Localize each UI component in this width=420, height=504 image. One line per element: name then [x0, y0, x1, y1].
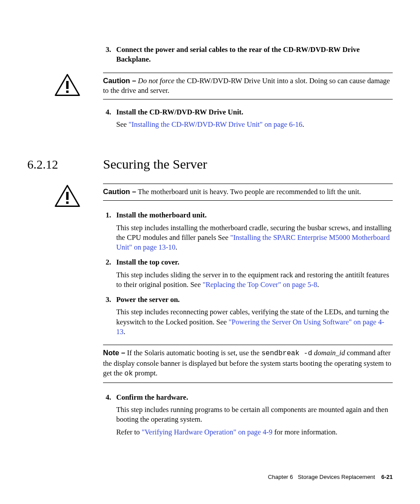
note-t4: prompt. [133, 369, 158, 377]
secure-step-2-body: This step includes sliding the server in… [103, 270, 393, 290]
step-4-body-prefix: See [116, 120, 129, 129]
secure-step-2-title: Install the top cover. [116, 258, 179, 266]
secure-step-4-body-b: Refer to "Verifying Hardware Operation" … [103, 427, 393, 437]
caution2-text: The motherboard unit is heavy. Two peopl… [136, 188, 361, 196]
s3-body-b: . [124, 327, 125, 336]
step-4-body: See "Installing the CD-RW/DVD-RW Drive U… [103, 120, 393, 129]
step-3-num: 3. [106, 45, 111, 55]
note-t1: If the Solaris automatic booting is set,… [125, 349, 261, 357]
page-footer: Chapter 6 Storage Devices Replacement6-2… [268, 473, 393, 481]
secure-step-1-body: This step includes installing the mother… [103, 223, 393, 253]
step-4-num: 4. [106, 107, 111, 117]
secure-step-4-num: 4. [106, 393, 111, 402]
link-install-cdrw[interactable]: "Installing the CD-RW/DVD-RW Drive Unit"… [129, 120, 302, 129]
secure-step-3-body: This step includes reconnecting power ca… [103, 307, 393, 337]
s2-body-b: . [317, 280, 319, 289]
step-4-text: Install the CD-RW/DVD-RW Drive Unit. [116, 108, 243, 116]
svg-rect-3 [66, 202, 68, 204]
svg-rect-0 [66, 81, 68, 88]
section-number: 6.2.12 [27, 156, 103, 173]
secure-step-4: 4. Confirm the hardware. [103, 393, 393, 402]
secure-step-1: 1. Install the motherboard unit. [103, 210, 393, 220]
svg-rect-2 [66, 192, 68, 200]
secure-step-3-num: 3. [106, 295, 111, 305]
footer-page: 6-21 [381, 474, 393, 480]
s4-body-b-prefix: Refer to [116, 428, 142, 436]
secure-step-2-num: 2. [106, 258, 111, 267]
svg-rect-1 [66, 90, 68, 92]
footer-title: Storage Devices Replacement [298, 474, 375, 480]
note-box: Note – If the Solaris automatic booting … [103, 345, 393, 382]
caution-label: Caution – [103, 188, 136, 195]
secure-step-1-title: Install the motherboard unit. [116, 211, 206, 219]
s1-body-b: . [176, 243, 177, 251]
secure-step-4-body-a: This step includes running programs to b… [103, 405, 393, 425]
secure-step-3-title: Power the server on. [116, 295, 180, 304]
note-label: Note – [103, 349, 125, 357]
caution-label: Caution – [103, 77, 136, 85]
caution-icon [55, 184, 80, 207]
note-code-ok: ok [125, 370, 133, 378]
secure-step-2: 2. Install the top cover. [103, 258, 393, 267]
note-code-sendbreak: sendbreak -d [262, 349, 312, 357]
section-title: Securing the Server [103, 155, 207, 173]
secure-step-1-num: 1. [106, 210, 111, 220]
caution-lead: Do not force [138, 77, 174, 85]
step-3-text: Connect the power and serial cables to t… [116, 45, 360, 63]
note-domain-id: domain_id [314, 349, 345, 357]
s4-body-b-suffix: for more information. [273, 428, 338, 436]
link-replace-top-cover[interactable]: "Replacing the Top Cover" on page 5-8 [203, 280, 317, 289]
footer-chapter: Chapter 6 [268, 474, 293, 480]
caution-box-1: Caution – Do not force the CD-RW/DVD-RW … [103, 73, 393, 99]
step-3: 3. Connect the power and serial cables t… [103, 45, 393, 65]
step-4: 4. Install the CD-RW/DVD-RW Drive Unit. [103, 107, 393, 117]
caution-box-2: Caution – The motherboard unit is heavy.… [103, 184, 393, 200]
step-4-body-suffix: . [302, 120, 304, 129]
link-verify-hardware[interactable]: "Verifying Hardware Operation" on page 4… [142, 428, 273, 436]
secure-step-4-title: Confirm the hardware. [116, 393, 188, 401]
secure-step-3: 3. Power the server on. [103, 295, 393, 305]
caution-icon [55, 74, 80, 96]
section-heading: 6.2.12 Securing the Server [27, 155, 393, 173]
s4-body-a: This step includes running programs to b… [116, 405, 388, 423]
